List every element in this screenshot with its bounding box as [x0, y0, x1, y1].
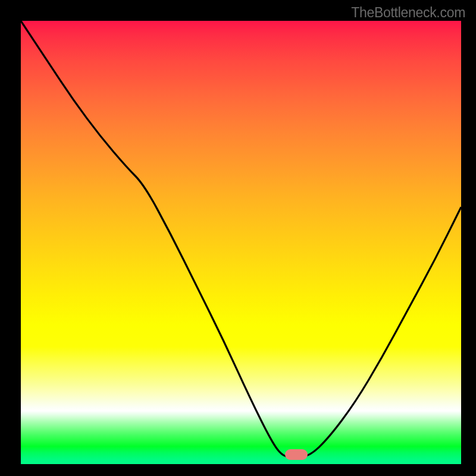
plot-area	[21, 21, 461, 464]
bottleneck-curve	[21, 21, 461, 464]
curve-path	[21, 21, 461, 456]
chart-frame: TheBottleneck.com	[0, 0, 476, 476]
optimal-marker	[285, 449, 308, 460]
attribution-label: TheBottleneck.com	[351, 5, 465, 21]
